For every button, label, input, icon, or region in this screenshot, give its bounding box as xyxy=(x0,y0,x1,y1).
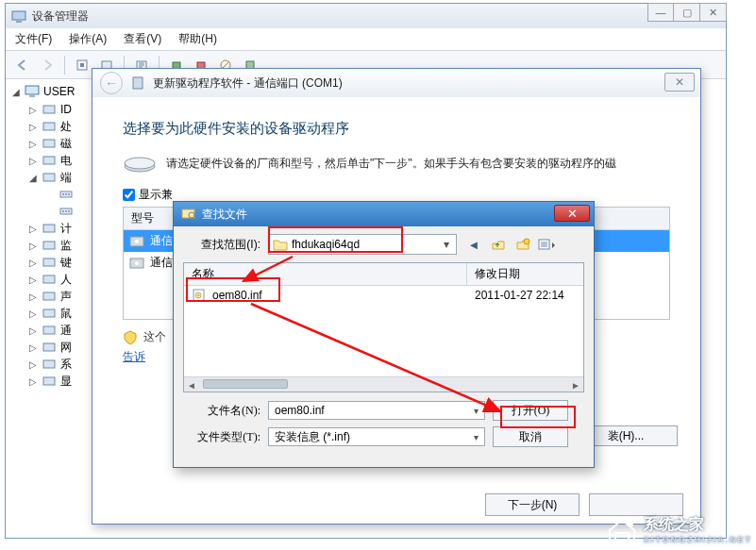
menu-help[interactable]: 帮助(H) xyxy=(178,31,217,47)
svg-rect-15 xyxy=(43,140,55,147)
nav-newfolder-icon[interactable] xyxy=(513,235,532,254)
watermark-logo-icon xyxy=(606,516,638,544)
svg-point-45 xyxy=(524,239,529,244)
svg-rect-36 xyxy=(133,77,143,89)
expander-icon[interactable]: ▷ xyxy=(28,342,38,353)
nav-back-icon[interactable]: ◄ xyxy=(464,235,483,254)
watermark: 系统之家 XITONGZHIJIA.NET xyxy=(606,515,752,544)
next-button[interactable]: 下一步(N) xyxy=(485,493,580,516)
col-date[interactable]: 修改日期 xyxy=(467,263,583,285)
file-dialog-close-button[interactable]: ✕ xyxy=(554,205,590,222)
svg-point-20 xyxy=(65,193,67,195)
expander-icon[interactable]: ▷ xyxy=(28,376,38,387)
maximize-button[interactable]: ▢ xyxy=(674,3,700,22)
tree-item-label: 显 xyxy=(60,374,72,390)
computer-icon xyxy=(25,85,40,98)
minimize-button[interactable]: — xyxy=(647,3,674,22)
file-list-row[interactable]: oem80.inf 2011-01-27 22:14 xyxy=(184,286,583,305)
chevron-down-icon[interactable]: ▾ xyxy=(439,237,454,252)
wizard-back-button[interactable]: ← xyxy=(100,72,123,94)
file-cancel-button[interactable]: 取消 xyxy=(493,426,568,447)
expander-icon[interactable]: ▷ xyxy=(28,325,38,336)
tree-item-label: 计 xyxy=(60,221,72,237)
chevron-down-icon[interactable]: ▾ xyxy=(469,404,482,417)
svg-rect-30 xyxy=(43,292,55,300)
wizard-instruction-text: 请选定硬件设备的厂商和型号，然后单击"下一步"。如果手头有包含要安装的驱动程序的… xyxy=(166,156,616,172)
file-name-cell: oem80.inf xyxy=(212,289,262,302)
svg-point-25 xyxy=(68,210,70,212)
tree-item-label: 声 xyxy=(60,289,72,305)
col-name[interactable]: 名称 xyxy=(184,263,467,285)
expander-icon[interactable]: ▷ xyxy=(28,156,38,166)
device-category-icon xyxy=(42,358,57,371)
svg-rect-35 xyxy=(43,377,55,385)
lookin-combo[interactable]: fhdukaqi64qd ▾ xyxy=(268,234,457,255)
svg-rect-13 xyxy=(43,106,55,113)
filename-value: oem80.inf xyxy=(275,404,325,417)
wizard-title: 更新驱动程序软件 - 通信端口 (COM1) xyxy=(153,75,343,92)
show-compat-input[interactable] xyxy=(123,189,135,201)
device-category-icon xyxy=(42,137,57,150)
file-dialog-title: 查找文件 xyxy=(202,207,247,223)
horizontal-scrollbar[interactable]: ◄ ► xyxy=(184,376,583,392)
device-icon xyxy=(130,75,145,91)
scroll-right-icon[interactable]: ► xyxy=(568,377,583,392)
driver-disk-icon xyxy=(129,257,144,270)
filename-input[interactable]: oem80.inf ▾ xyxy=(268,401,485,420)
tree-root-label: USER xyxy=(43,85,75,98)
window-title: 设备管理器 xyxy=(32,8,89,25)
toolbar-forward-icon[interactable] xyxy=(36,54,59,76)
menu-action[interactable]: 操作(A) xyxy=(69,31,107,47)
filetype-combo[interactable]: 安装信息 (*.inf) ▾ xyxy=(268,427,485,446)
expander-icon[interactable]: ▷ xyxy=(28,308,38,319)
svg-rect-32 xyxy=(43,326,55,334)
expander-icon[interactable]: ▷ xyxy=(28,139,38,149)
toolbar-back-icon[interactable] xyxy=(11,54,34,76)
model-row-label: 通信 xyxy=(150,233,173,249)
wizard-footer: 下一步(N) xyxy=(485,493,683,516)
close-button[interactable]: ✕ xyxy=(700,3,727,22)
device-category-icon xyxy=(42,103,57,116)
open-button[interactable]: 打开(O) xyxy=(493,400,568,421)
device-category-icon xyxy=(42,120,57,133)
shield-icon xyxy=(123,330,138,345)
svg-point-23 xyxy=(62,210,64,212)
nav-viewmenu-icon[interactable] xyxy=(538,235,557,254)
lookin-value: fhdukaqi64qd xyxy=(292,238,360,251)
svg-rect-1 xyxy=(16,21,22,23)
show-compat-label: 显示兼 xyxy=(139,187,173,203)
menu-file[interactable]: 文件(F) xyxy=(15,31,52,47)
collapse-icon[interactable]: ◢ xyxy=(11,87,21,97)
scroll-left-icon[interactable]: ◄ xyxy=(184,377,199,392)
wizard-close-button[interactable]: ✕ xyxy=(664,73,695,92)
svg-rect-27 xyxy=(43,242,55,249)
watermark-url: XITONGZHIJIA.NET xyxy=(644,535,752,544)
device-category-icon xyxy=(42,273,57,286)
folder-search-icon xyxy=(181,207,196,223)
expander-icon[interactable]: ▷ xyxy=(28,241,38,251)
wizard-cancel-button[interactable] xyxy=(589,493,683,516)
expander-icon[interactable]: ▷ xyxy=(28,275,38,285)
scroll-thumb[interactable] xyxy=(203,379,288,389)
toolbar-scan-icon[interactable] xyxy=(71,54,93,76)
device-category-icon xyxy=(42,290,57,303)
expander-icon[interactable]: ▷ xyxy=(28,122,38,132)
port-icon xyxy=(59,188,74,201)
expander-icon[interactable]: ◢ xyxy=(28,173,38,183)
expander-icon[interactable]: ▷ xyxy=(28,258,38,268)
nav-up-icon[interactable] xyxy=(489,235,508,254)
expander-icon[interactable]: ▷ xyxy=(28,105,38,115)
tree-item-label: 人 xyxy=(60,272,72,288)
expander-icon[interactable]: ▷ xyxy=(28,224,38,234)
expander-icon[interactable]: ▷ xyxy=(28,292,38,302)
device-category-icon xyxy=(42,324,57,337)
expander-icon[interactable]: ▷ xyxy=(28,359,38,370)
menu-view[interactable]: 查看(V) xyxy=(124,31,161,47)
file-list[interactable]: 名称 修改日期 oem80.inf 2011-01-27 22:14 ◄ ► xyxy=(183,262,584,392)
menubar: 文件(F) 操作(A) 查看(V) 帮助(H) xyxy=(6,28,726,51)
svg-rect-33 xyxy=(43,343,55,351)
tell-me-why-link[interactable]: 告诉 xyxy=(123,349,145,365)
device-category-icon xyxy=(42,256,57,269)
chevron-down-icon[interactable]: ▾ xyxy=(469,430,482,443)
tree-item-label: 系 xyxy=(60,357,72,373)
